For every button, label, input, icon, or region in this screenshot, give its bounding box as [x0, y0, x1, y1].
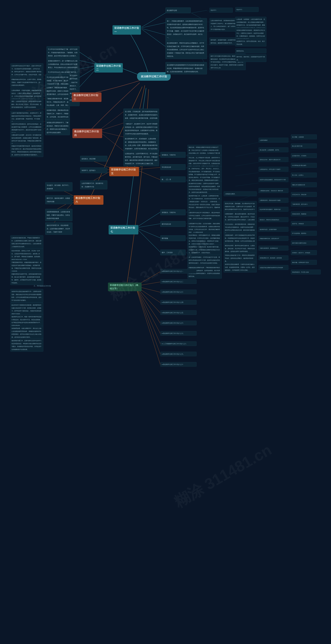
year7-l5-2: 精心设计教学方案	[291, 144, 317, 148]
year6-far-6: 加强对学生思想品德的教育引导，注重理论联系实际，将政治知识与日常生活中的实际问题…	[10, 289, 43, 302]
year1-l3-1: 初步学习	[235, 7, 258, 12]
year7-l3-1: 人教版政治教材。	[224, 192, 257, 196]
svg-line-21	[100, 123, 124, 130]
svg-line-85	[235, 152, 258, 156]
year8-label: 双语教学过程工作计划八（终结文字）	[110, 284, 138, 290]
svg-line-84	[235, 142, 258, 148]
year1-l3-4: 改进教学方法，使学生思想品德、知识、能力同步发展。	[235, 39, 266, 46]
year8-item-9: ● 教业教学过程工作计划八之九	[160, 352, 196, 356]
year7-l5-6: 理解公民与国家的关系	[291, 182, 317, 187]
year6-l1: 专业提升，努力探索，勤于学习，多做积累	[45, 182, 72, 191]
year4-label: 教业教学过程工作计划四	[74, 130, 99, 136]
year4-content-4: 认真批改学业，认真书写教学日记，学习先进的教学理念，进行教学反思，善于总结，不断…	[124, 151, 159, 166]
year7-l5-1: 深入理解，全面把握	[291, 134, 317, 139]
year7-l4-7: 注重课堂管理，营造良好的学习氛围	[258, 198, 288, 203]
svg-line-58	[137, 288, 160, 313]
mindmap-container: 糊涂 311481.cn 糊涂 311481.cn 糊涂 311481.cn	[0, 0, 331, 644]
year7-l4-14: 全面提升政治课教学效果和学生学科素养	[258, 265, 288, 270]
year7-l5-3: 以问题为导向，引导探究	[291, 153, 317, 158]
year7-l5-7: 引导正向行为，强化纪律	[291, 192, 317, 197]
year7-r3: 教学措施	[160, 235, 186, 241]
svg-line-4	[191, 10, 207, 13]
year7-l4-2: 精心备好课，认真备教材、备学生	[258, 148, 288, 152]
year7-l5-10: 反思不足，持续改进	[291, 221, 317, 226]
year7-l5-8: 了解时事背景，提升分析力	[291, 202, 317, 206]
year7-l5-5: 育人为本，全员育人	[291, 173, 317, 178]
year8-item-8: ● 人工智能教学过程工作计划八之八	[160, 342, 196, 346]
year7-r2: 教学内容分析	[160, 221, 186, 227]
year7-l5-14: 激发兴趣，培养终身学习意识	[291, 260, 317, 265]
year5-l3: 认真开展教学工作，落实教学目标，完成教学计划	[80, 180, 107, 189]
svg-line-3	[142, 29, 166, 46]
year5-r1: 加强政治，引领方向	[160, 152, 186, 158]
year7-deep-4: 结合时事政治，采用专题教学方式，增强政治课教学的时代感，引导学生关注现实，分析理…	[188, 233, 222, 246]
svg-line-60	[137, 289, 160, 334]
year8-item-10: ● 教业教学过程工作计划八之十	[160, 362, 196, 366]
svg-line-35	[137, 224, 160, 228]
year3-content-5: 加强政治理论课程的学习，了解政治知识，掌握当今政治发展动态，增强学生的分析判断能…	[45, 120, 70, 135]
year7-deep-3: 以课堂教学为主渠道，以活动为载体，把政治课程学习和学生生活实际紧密联系，拓展政治…	[188, 221, 222, 234]
year3-label: 教业教学过程工作计划三	[74, 94, 98, 100]
year7-deep-2: 注重培养学生独立学习和思维能力，通过多种途径引导学生主动探究，让学生在探究中加深…	[188, 210, 222, 221]
svg-line-63	[137, 291, 160, 365]
year7-r1: 加强政治，引领方向	[160, 210, 186, 215]
year7-deep-6: 进一步加强学风建设，引导学生端正学习态度，帮助学生养成良好的学习习惯，提高学生的…	[188, 255, 222, 265]
year7-l3-8: 加强学生思想品德教育，引领学生形成正确的人生观、价值观和世界观，关爱每一位学生，…	[224, 262, 257, 272]
year5-node[interactable]: 双语教学过程工作计划五	[109, 167, 139, 176]
year6-far-10: 做好家校沟通工作，定期与家长交流学生的学习状态和思想动态，争取家长对政治课教学的…	[10, 338, 43, 352]
year6-l3: 全面贯彻国家政策，认真落实各项制度，不断学习政治理论，为学生的成长和进步服务	[45, 209, 72, 221]
svg-line-59	[137, 288, 160, 323]
year7-l4-4: 认真批改作业，对学生进行个别辅导	[258, 167, 288, 172]
year7-l4-1: 认真研读教材	[258, 138, 288, 142]
year7-r4: 教学，工作安排	[160, 250, 186, 255]
year4-content-2: 一般情况下，政治教学工作中，知识学习和德育培养是统一的，这要求我们把政治课程学习…	[124, 121, 159, 136]
year7-l5-12: 及时与家长沟通学生情况	[291, 240, 317, 245]
year1-label: 双语教学过程工作计划一	[114, 27, 139, 33]
year1-node[interactable]: 双语教学过程工作计划一	[112, 25, 141, 35]
svg-line-2	[142, 28, 166, 35]
root-label: 政治教学过程工作计划	[141, 75, 167, 78]
year7-node[interactable]: 双语教学过程工作计划七	[108, 225, 138, 234]
svg-line-22	[100, 131, 124, 137]
year2-label: 双语教学过程工作计划二	[96, 64, 121, 71]
svg-line-1	[142, 23, 166, 28]
year7-l4-11: 积极参加教研活动，提高业务水平	[258, 236, 288, 241]
svg-line-36	[137, 228, 160, 238]
year5-l1: 提高政治，保证质量	[80, 156, 107, 162]
year5-label: 双语教学过程工作计划五	[111, 168, 136, 175]
year7-l4-8: 结合时事开展专题教学，增强时代感	[258, 207, 288, 212]
svg-line-20	[100, 111, 124, 130]
year6-far-9: 加强德育渗透，在政治课教学中，将社会主义核心价值观的教育贯穿始终，潜移默化地影响…	[10, 326, 43, 339]
year7-l4-9: 期末复习，帮助学生系统梳理知识	[258, 217, 288, 222]
svg-line-86	[235, 162, 258, 166]
year7-l5-13: 共同研讨，相互学习，共同提高	[291, 250, 317, 255]
svg-line-25	[137, 168, 160, 170]
year1-content-3: 政治课程的教学，帮助学生提高认识理解能力，对于学生形成正确的三观，引导学生树立正…	[166, 40, 207, 59]
year4-node[interactable]: 教业教学过程工作计划四	[72, 129, 102, 138]
year6-far-2: 结合本班实际，坚持以人为本，关注每一位学生，尤其是对学困生要多加关注，做到课上关…	[10, 248, 43, 262]
year8-node[interactable]: 双语教学过程工作计划八（终结文字）	[108, 282, 142, 291]
year1-content-4: 政治课教学过程是教师教学行为与活动完善地向前推进的过程。即教师帮助学生获得政治知…	[166, 62, 207, 74]
year3-far-2: 积极参加政治学科活动，认真学习理论，更新教育观念，积极学习先进的教学经验与方法，…	[10, 77, 43, 88]
year6-l4: 做好日常管理工作，结合实际情况，认真开展政治课教学，关注学生动态，了解学习需求	[45, 222, 72, 235]
svg-line-62	[137, 290, 160, 354]
year7-l5-4: 针对薄弱处进行重点辅导	[291, 163, 317, 168]
year7-l3-6: 规范作业管理，要求学生按时完成作业，认真批改，及时反馈，关注学生学习动态，帮助学…	[224, 243, 257, 254]
year6-node[interactable]: 教业教学过程工作计划六	[74, 195, 104, 205]
year8-item-2: ● 教业教学过程工作计划八之二	[160, 279, 196, 284]
year7-l5-9: 归纳知识体系，构建框架	[291, 212, 317, 216]
year5-r3: 教，（乙）班	[160, 176, 186, 182]
year8-item-1: ● 教业教学过程工作计划八之一	[160, 269, 196, 274]
year7-l4-3: 坚持以生为本，课堂中注重启发引导	[258, 157, 288, 162]
year1-deep-1: 初步学习	[210, 8, 233, 12]
year6-far-8: 做好教学总结工作，每隔一段时间对教学情况进行系统总结，找出优势与不足，制定改进措…	[10, 314, 43, 328]
year1-content-2: 第一，开展政治课程教学，以此来推进课堂教学改革，丰富教学内容与形式，提高政治课教…	[166, 18, 207, 40]
year5-l2: 加强学习，提升能力	[80, 168, 107, 173]
svg-line-88	[235, 183, 258, 186]
year3-node[interactable]: 教业教学过程工作计划三	[72, 92, 102, 102]
year2-node[interactable]: 双语教学过程工作计划二	[94, 63, 123, 72]
year7-deep-5: 坚持每周至少一次教研活动，集体研讨教学问题，交流教学心得，共同探索政治课教学的有…	[188, 244, 222, 255]
year7-l4-12: 与家长保持联系，促进家校合作	[258, 246, 288, 250]
svg-line-34	[137, 212, 160, 227]
year6-l2: 教学工作，做好政治教学，全面提升教学质量	[45, 195, 72, 204]
